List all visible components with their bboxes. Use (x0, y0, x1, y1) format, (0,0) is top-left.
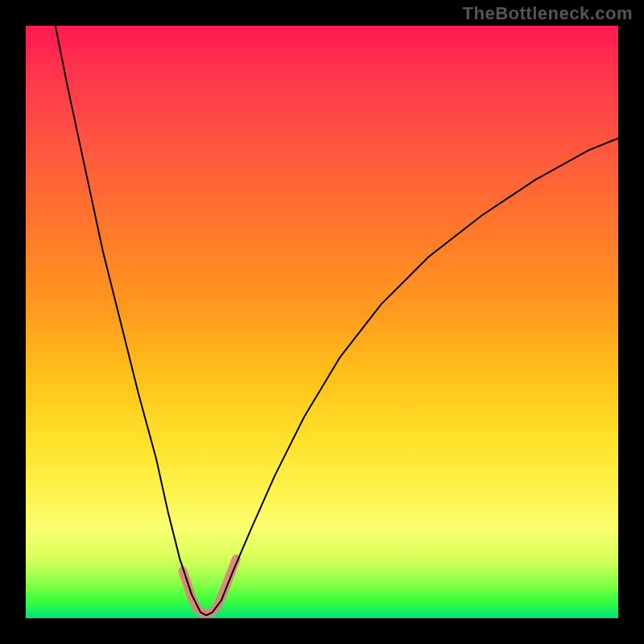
highlight-u-path (183, 559, 236, 613)
chart-frame: TheBottleneck.com (0, 0, 644, 644)
bottleneck-curve-path (56, 26, 618, 615)
plot-area (26, 26, 618, 618)
watermark-text: TheBottleneck.com (463, 3, 633, 24)
curve-svg (26, 26, 618, 618)
